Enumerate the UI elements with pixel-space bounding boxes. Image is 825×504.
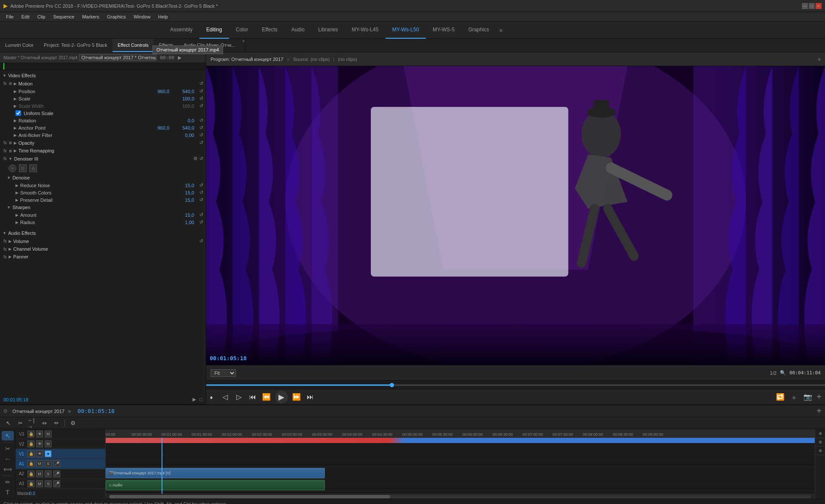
a2-solo-btn[interactable]: S [45, 471, 52, 477]
timeline-add-icon[interactable]: + [816, 406, 822, 416]
opacity-toggle[interactable]: ▶ [14, 141, 17, 145]
razor-tool-btn[interactable]: ✂ [15, 419, 25, 428]
tab-myws-l50[interactable]: MY-Ws-L50 [385, 21, 426, 39]
tab-assembly[interactable]: Assembly [163, 21, 199, 39]
tab-libraries[interactable]: Libraries [312, 21, 345, 39]
volume-header[interactable]: fx ▶ Volume ↺ [0, 237, 206, 245]
denoiser-diamond-btn[interactable]: ◇ [29, 164, 37, 172]
denoiser-reset-icon[interactable]: ↺ [199, 156, 203, 161]
tab-audio[interactable]: Audio [284, 21, 312, 39]
playbar-head[interactable] [390, 383, 394, 387]
a1-visibility-btn[interactable]: M [36, 460, 43, 467]
video-effects-toggle[interactable]: ▼ [3, 73, 6, 78]
scale-row[interactable]: ▶ Scale 100,0 ↺ [0, 95, 206, 102]
v3-lock-btn[interactable]: 🔒 [28, 431, 34, 437]
a2-visibility-btn[interactable]: M [36, 471, 43, 477]
title-bar-controls[interactable]: — □ ✕ [802, 3, 822, 9]
a1-mic-btn[interactable]: 🎤 [53, 460, 60, 467]
position-y[interactable]: 540,0 [173, 89, 194, 94]
anchor-y[interactable]: 540,0 [173, 125, 194, 131]
timeline-scroll[interactable] [106, 494, 815, 499]
a3-visibility-btn[interactable]: M [36, 480, 43, 487]
step-back-btn[interactable]: ⏪ [261, 392, 272, 402]
v3-mute-btn[interactable]: M [45, 431, 52, 437]
timeline-menu-icon[interactable]: ≡ [68, 409, 70, 414]
slip-tool-btn[interactable]: ⇔ [40, 419, 49, 428]
denoiser-header[interactable]: fx ▼ Denoiser III ⚙ ↺ [0, 155, 206, 163]
rotation-row[interactable]: ▶ Rotation 0,0 ↺ [0, 117, 206, 124]
denoiser-circle-btn[interactable]: ○ [9, 164, 16, 172]
channel-volume-header[interactable]: fx ▶ Channel Volume [0, 245, 206, 253]
scale-width-reset[interactable]: ↺ [199, 103, 203, 109]
volume-reset[interactable]: ↺ [199, 238, 203, 244]
a1-solo-btn[interactable]: S [45, 460, 52, 467]
opacity-reset[interactable]: ↺ [199, 140, 203, 146]
anti-flicker-toggle[interactable]: ▶ [14, 133, 17, 137]
tab-myws-l45[interactable]: MY-Ws-L45 [345, 21, 385, 39]
denoise-toggle[interactable]: ▼ [7, 176, 11, 180]
smooth-colors-value[interactable]: 15,0 [173, 190, 194, 195]
settings-btn[interactable]: ⚙ [68, 419, 78, 428]
tool-type[interactable]: T [2, 488, 14, 497]
select-tool-btn[interactable]: ↖ [3, 419, 13, 428]
right-collapse-btn[interactable]: ⊕ [815, 429, 825, 438]
zoom-icon[interactable]: 🔍 [780, 370, 786, 376]
time-toggle[interactable]: ▶ [14, 149, 17, 153]
amount-toggle[interactable]: ▶ [15, 213, 18, 217]
timeline-collapse-icon[interactable]: ⊙ [3, 408, 7, 414]
tab-editing[interactable]: Editing [199, 21, 229, 39]
tab-color[interactable]: Color [229, 21, 255, 39]
rotation-value[interactable]: 0,0 [173, 118, 194, 123]
anchor-reset[interactable]: ↺ [199, 125, 203, 131]
amount-reset[interactable]: ↺ [199, 212, 203, 218]
reduce-noise-reset[interactable]: ↺ [199, 182, 203, 188]
tool-select[interactable]: ↖ [2, 431, 14, 440]
ripple-tool-btn[interactable]: ←|→ [28, 419, 37, 428]
markers-btn[interactable]: ⬦ [789, 392, 799, 402]
workspace-more-icon[interactable]: » [496, 27, 506, 33]
menu-window[interactable]: Window [130, 13, 154, 20]
tool-razor[interactable]: ✂ [2, 444, 14, 454]
preserve-detail-value[interactable]: 15,0 [173, 197, 194, 203]
smooth-colors-row[interactable]: ▶ Smooth Colors 15,0 ↺ [0, 189, 206, 196]
motion-toggle[interactable]: ▶ [14, 82, 17, 86]
audio-effects-header[interactable]: ▼ Audio Effects [0, 229, 206, 237]
minimize-button[interactable]: — [802, 3, 808, 9]
tab-lumetri-color[interactable]: Lumetri Color [0, 39, 39, 52]
panel-more-icon[interactable]: » [242, 39, 245, 52]
v1-lock-btn[interactable]: 🔒 [28, 450, 34, 457]
reduce-noise-toggle[interactable]: ▶ [15, 183, 18, 188]
audio-effects-toggle[interactable]: ▼ [3, 231, 6, 235]
radius-value[interactable]: 1,00 [173, 220, 194, 225]
a3-mic-btn[interactable]: 🎤 [53, 480, 60, 487]
video-effects-header[interactable]: ▼ Video Effects [0, 72, 206, 79]
add-effect-icon[interactable]: ▶ [178, 55, 181, 61]
amount-row[interactable]: ▶ Amount 15,0 ↺ [0, 211, 206, 219]
position-row[interactable]: ▶ Position 960,0 540,0 ↺ [0, 88, 206, 95]
anchor-x[interactable]: 960,0 [148, 125, 169, 131]
audio-clip-a1[interactable]: ♫ Audio [106, 480, 325, 490]
mark-in-btn[interactable]: ⬧ [206, 392, 217, 402]
sharpen-header[interactable]: ▼ Sharpen [0, 203, 206, 211]
timecode-display[interactable]: 00:00 [160, 55, 174, 61]
denoiser-toggle[interactable]: ▼ [9, 157, 12, 161]
a2-lock-btn[interactable]: 🔒 [28, 471, 34, 477]
scroll-thumb[interactable] [109, 495, 390, 498]
v2-visibility-btn[interactable]: 👁 [36, 440, 43, 447]
v1-active-btn[interactable]: ● [45, 450, 52, 457]
stop-icon[interactable]: □ [199, 397, 202, 402]
timeline-ruler[interactable]: 00:00 00:00:30:00 00:01:00:00 00:01:30:0… [106, 429, 815, 438]
maximize-button[interactable]: □ [809, 3, 815, 9]
rotation-reset[interactable]: ↺ [199, 118, 203, 123]
tab-effects[interactable]: Effects [255, 21, 284, 39]
next-keyframe-btn[interactable]: ▷ [234, 392, 244, 402]
right-expand-btn[interactable]: ⊕ [815, 438, 825, 446]
reduce-noise-row[interactable]: ▶ Reduce Noise 15,0 ↺ [0, 182, 206, 189]
position-toggle[interactable]: ▶ [14, 89, 17, 94]
tab-project[interactable]: Project: Test-2- GoPro 5 Black [39, 39, 113, 52]
position-x[interactable]: 960,0 [148, 89, 169, 94]
v2-mute-btn[interactable]: M [45, 440, 52, 447]
scale-width-row[interactable]: ▶ Scale Width 100,0 ↺ [0, 102, 206, 109]
program-menu-icon[interactable]: ≡ [818, 57, 821, 62]
right-fit-btn[interactable]: ⊕ [815, 446, 825, 455]
